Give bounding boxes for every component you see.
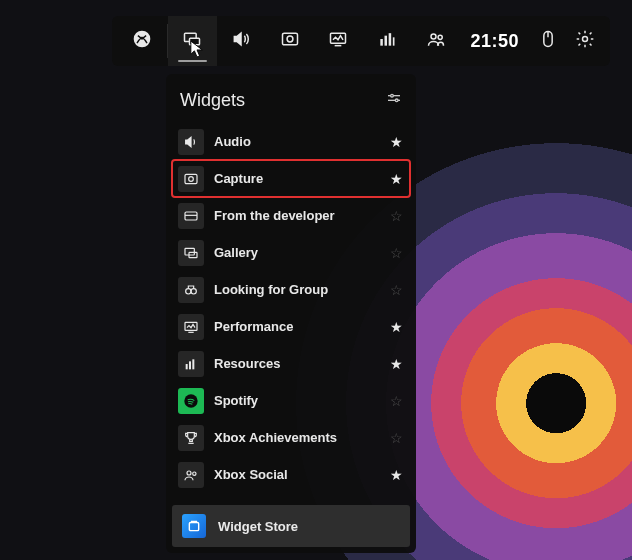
svg-point-32 (187, 471, 191, 475)
svg-point-20 (189, 176, 194, 181)
speaker-icon (231, 29, 251, 53)
svg-rect-27 (185, 322, 197, 330)
widget-item-label: Gallery (214, 245, 378, 260)
svg-rect-8 (389, 33, 392, 45)
widget-store-label: Widget Store (218, 519, 298, 534)
widget-item-label: Capture (214, 171, 378, 186)
widget-item-label: Audio (214, 134, 378, 149)
gallery-icon (178, 240, 204, 266)
widget-list: Audio★Capture★From the developer☆Gallery… (166, 123, 416, 499)
speaker-icon (178, 129, 204, 155)
favorite-star[interactable]: ★ (388, 319, 404, 335)
social-button[interactable] (412, 16, 461, 66)
svg-point-14 (583, 37, 588, 42)
camera-icon (280, 29, 300, 53)
favorite-star[interactable]: ★ (388, 356, 404, 372)
widget-item-achievements[interactable]: Xbox Achievements☆ (172, 419, 410, 456)
mouse-button[interactable] (529, 16, 567, 66)
favorite-star[interactable]: ★ (388, 134, 404, 150)
svg-rect-6 (381, 39, 384, 46)
widget-item-performance[interactable]: Performance★ (172, 308, 410, 345)
binoculars-icon (178, 277, 204, 303)
people-icon (426, 29, 446, 53)
bars-icon (178, 351, 204, 377)
clock: 21:50 (460, 31, 529, 52)
mouse-icon (538, 29, 558, 53)
card-icon (178, 203, 204, 229)
svg-point-18 (395, 99, 398, 102)
game-bar: 21:50 (112, 16, 610, 66)
bars-icon (377, 29, 397, 53)
spotify-icon (178, 388, 204, 414)
widget-store-button[interactable]: Widget Store (172, 505, 410, 547)
svg-point-33 (193, 472, 196, 475)
capture-button[interactable] (265, 16, 314, 66)
widget-item-from-dev[interactable]: From the developer☆ (172, 197, 410, 234)
audio-button[interactable] (217, 16, 266, 66)
widget-item-resources[interactable]: Resources★ (172, 345, 410, 382)
widget-item-label: Performance (214, 319, 378, 334)
svg-rect-19 (185, 174, 197, 183)
svg-rect-5 (331, 33, 346, 43)
widget-item-label: From the developer (214, 208, 378, 223)
widgets-toggle-button[interactable] (168, 16, 217, 66)
svg-rect-2 (190, 38, 200, 45)
favorite-star[interactable]: ★ (388, 467, 404, 483)
favorite-star[interactable]: ☆ (388, 208, 404, 224)
widgets-panel-title: Widgets (180, 90, 245, 111)
widgets-panel-header: Widgets (166, 84, 416, 123)
settings-button[interactable] (566, 16, 604, 66)
svg-rect-28 (186, 364, 188, 369)
monitor-icon (328, 29, 348, 53)
svg-rect-7 (385, 36, 388, 46)
widget-item-lfg[interactable]: Looking for Group☆ (172, 271, 410, 308)
favorite-star[interactable]: ☆ (388, 393, 404, 409)
svg-point-25 (186, 288, 191, 293)
camera-icon (178, 166, 204, 192)
svg-point-26 (191, 288, 196, 293)
xbox-button[interactable] (118, 16, 167, 66)
widget-item-label: Spotify (214, 393, 378, 408)
svg-point-4 (287, 36, 293, 42)
gear-icon (575, 29, 595, 53)
svg-rect-9 (393, 37, 395, 45)
svg-point-17 (391, 94, 394, 97)
svg-point-10 (431, 34, 436, 39)
svg-rect-29 (189, 361, 191, 369)
people-icon (178, 462, 204, 488)
favorite-star[interactable]: ☆ (388, 282, 404, 298)
widgets-settings-button[interactable] (386, 91, 402, 111)
svg-rect-23 (185, 248, 194, 255)
resources-button[interactable] (363, 16, 412, 66)
favorite-star[interactable]: ☆ (388, 245, 404, 261)
widget-item-label: Xbox Achievements (214, 430, 378, 445)
widgets-panel: Widgets Audio★Capture★From the developer… (166, 74, 416, 553)
widget-item-label: Resources (214, 356, 378, 371)
widget-item-capture[interactable]: Capture★ (172, 160, 410, 197)
widget-item-audio[interactable]: Audio★ (172, 123, 410, 160)
svg-rect-30 (192, 359, 194, 369)
xbox-icon (132, 29, 152, 53)
widget-item-label: Xbox Social (214, 467, 378, 482)
monitor-icon (178, 314, 204, 340)
trophy-icon (178, 425, 204, 451)
favorite-star[interactable]: ★ (388, 171, 404, 187)
widget-item-label: Looking for Group (214, 282, 378, 297)
performance-button[interactable] (314, 16, 363, 66)
svg-rect-3 (282, 33, 297, 45)
svg-rect-21 (185, 212, 197, 220)
svg-rect-34 (189, 523, 198, 531)
widget-item-xbox-social[interactable]: Xbox Social★ (172, 456, 410, 493)
widget-item-gallery[interactable]: Gallery☆ (172, 234, 410, 271)
store-icon (182, 514, 206, 538)
svg-point-11 (438, 35, 442, 39)
widget-item-spotify[interactable]: Spotify☆ (172, 382, 410, 419)
sliders-icon (386, 93, 402, 110)
widgets-icon (182, 29, 202, 53)
favorite-star[interactable]: ☆ (388, 430, 404, 446)
